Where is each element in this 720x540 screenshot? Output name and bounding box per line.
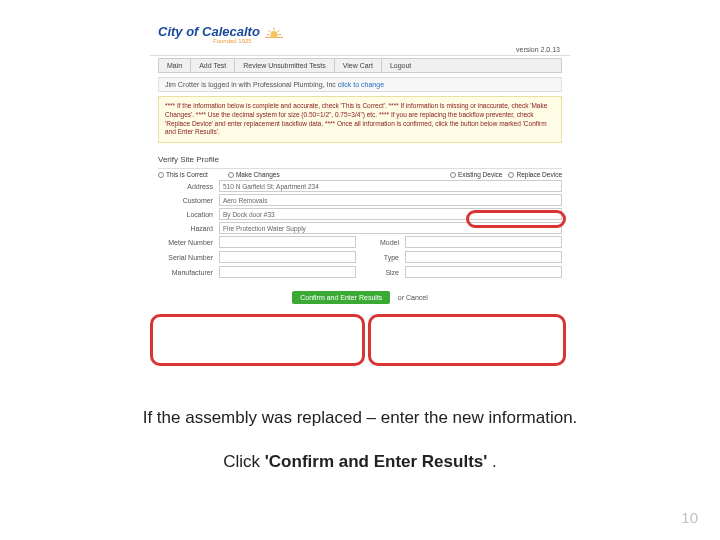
main-nav: Main Add Test Review Unsubmitted Tests V… [158, 58, 562, 73]
brand-founded: Founded 1925 [213, 38, 562, 44]
hazard-input[interactable]: Fire Protection Water Supply [219, 222, 562, 234]
radio-existing[interactable]: Existing Device [450, 171, 502, 178]
svg-line-3 [277, 30, 279, 32]
page-number: 10 [681, 509, 698, 526]
field-customer: Customer Aero Removals [158, 194, 562, 206]
model-input[interactable] [405, 236, 562, 248]
app-screenshot: City of Calecalto Founded 1925 version 2… [150, 18, 570, 393]
caption-line-2: Click 'Confirm and Enter Results' . [0, 452, 720, 472]
login-status: Jim Crotter is logged in with Profession… [158, 77, 562, 92]
field-address: Address 510 N Garfield St: Apartment 234 [158, 180, 562, 192]
version-text: version 2.0.13 [516, 46, 560, 53]
caption-line-1: If the assembly was replaced – enter the… [0, 408, 720, 428]
svg-point-0 [270, 31, 277, 38]
svg-line-2 [268, 30, 270, 32]
change-login-link[interactable]: click to change [338, 81, 384, 88]
nav-add-test[interactable]: Add Test [191, 59, 235, 72]
field-location: Location By Dock door #33 [158, 208, 562, 220]
brand: City of Calecalto [158, 24, 562, 39]
customer-input[interactable]: Aero Removals [219, 194, 562, 206]
radio-make-changes[interactable]: Make Changes [228, 171, 280, 178]
instruction-notice: **** If the information below is complet… [158, 96, 562, 143]
meter-input[interactable] [219, 236, 356, 248]
nav-review[interactable]: Review Unsubmitted Tests [235, 59, 334, 72]
confirm-button[interactable]: Confirm and Enter Results [292, 291, 390, 304]
brand-name: City of Calecalto [158, 24, 260, 39]
nav-cart[interactable]: View Cart [335, 59, 382, 72]
radio-correct[interactable]: This is Correct [158, 171, 208, 178]
address-input[interactable]: 510 N Garfield St: Apartment 234 [219, 180, 562, 192]
size-input[interactable] [405, 266, 562, 278]
location-input[interactable]: By Dock door #33 [219, 208, 562, 220]
app-header: City of Calecalto Founded 1925 version 2… [150, 18, 570, 56]
field-hazard: Hazard Fire Protection Water Supply [158, 222, 562, 234]
radio-replace[interactable]: Replace Device [508, 171, 562, 178]
serial-input[interactable] [219, 251, 356, 263]
section-title: Verify Site Profile [158, 155, 562, 169]
action-row: Confirm and Enter Results or Cancel [158, 286, 562, 304]
cancel-link[interactable]: or Cancel [398, 294, 428, 301]
type-input[interactable] [405, 251, 562, 263]
manufacturer-input[interactable] [219, 266, 356, 278]
nav-main[interactable]: Main [159, 59, 191, 72]
nav-logout[interactable]: Logout [382, 59, 419, 72]
login-text: Jim Crotter is logged in with Profession… [165, 81, 336, 88]
sun-icon [265, 25, 283, 39]
radio-row: This is Correct Make Changes Existing De… [158, 171, 562, 178]
device-fields: Meter Number Serial Number Manufacturer … [158, 236, 562, 278]
